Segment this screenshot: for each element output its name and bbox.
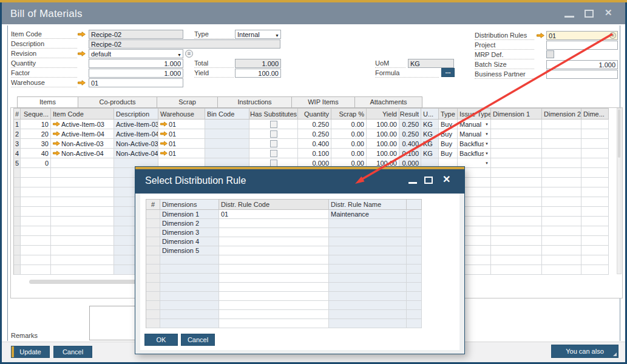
has-substitutes-cell[interactable] <box>249 120 298 129</box>
rule-name-cell[interactable] <box>329 255 407 265</box>
chevron-down-icon[interactable]: ▼ <box>275 32 279 39</box>
dimension1-cell[interactable] <box>491 197 542 207</box>
uom-cell[interactable]: KG <box>421 129 439 139</box>
item-code-cell[interactable] <box>51 197 114 207</box>
tab-instructions[interactable]: Instructions <box>217 96 292 108</box>
description-cell[interactable]: Non-Active-04 <box>114 149 158 158</box>
row-number-cell[interactable] <box>146 255 160 265</box>
mrp-def-checkbox[interactable] <box>546 50 554 58</box>
dropdown-arrow-icon[interactable]: ▼ <box>485 152 489 155</box>
sequence-cell[interactable] <box>21 217 51 226</box>
quantity-field[interactable]: 1.000 <box>89 59 183 68</box>
dimension1-cell[interactable] <box>491 168 542 178</box>
table-row[interactable]: 330Non-Active-03Non-Active-03010.4000.00… <box>14 139 609 149</box>
table-row[interactable] <box>146 255 422 265</box>
table-row[interactable]: 110Active-Item-03Active-Item-03010.2500.… <box>14 120 609 129</box>
dimension2-cell[interactable] <box>542 158 581 168</box>
dimension3-cell[interactable] <box>581 187 609 197</box>
ok-button[interactable]: OK <box>144 334 178 346</box>
row-number-cell[interactable]: 4 <box>14 149 21 158</box>
dimension3-cell[interactable] <box>581 265 609 275</box>
bin-code-cell[interactable] <box>205 120 249 129</box>
item-code-cell[interactable] <box>51 187 114 197</box>
rule-code-cell[interactable] <box>219 246 329 255</box>
quantity-cell[interactable]: 0.250 <box>298 129 331 139</box>
extra-cell[interactable] <box>407 292 422 301</box>
dropdown-arrow-icon[interactable]: ▼ <box>485 132 489 136</box>
warehouse-field[interactable]: 01 <box>89 78 183 87</box>
dropdown-arrow-icon[interactable]: ▼ <box>485 142 489 146</box>
row-number-cell[interactable] <box>146 210 160 219</box>
row-number-cell[interactable] <box>146 246 160 255</box>
item-code-cell[interactable] <box>51 158 114 168</box>
description-cell[interactable]: Non-Active-03 <box>114 139 158 149</box>
item-code-cell[interactable] <box>51 226 114 236</box>
link-arrow-icon[interactable] <box>160 131 168 136</box>
sequence-cell[interactable]: 30 <box>21 139 51 149</box>
row-number-cell[interactable] <box>14 197 21 207</box>
extra-cell[interactable] <box>407 310 422 319</box>
row-number-cell[interactable] <box>14 187 21 197</box>
table-row[interactable] <box>146 274 422 283</box>
quantity-cell[interactable]: 0.100 <box>298 149 331 158</box>
rule-name-cell[interactable] <box>329 237 407 246</box>
link-arrow-icon[interactable] <box>160 141 168 146</box>
issue-type-cell[interactable]: Backflush▼ <box>458 149 491 158</box>
yield-cell[interactable]: 100.00 <box>367 139 399 149</box>
dimension2-cell[interactable] <box>542 178 581 187</box>
dimensions-cell[interactable]: Dimension 2 <box>160 219 219 228</box>
uom-cell[interactable]: KG <box>421 120 439 129</box>
extra-cell[interactable] <box>407 237 422 246</box>
link-arrow-icon[interactable] <box>53 121 60 127</box>
link-arrow-icon[interactable] <box>53 150 60 156</box>
link-arrow-icon[interactable] <box>537 33 544 38</box>
sequence-cell[interactable]: 10 <box>21 120 51 129</box>
sequence-cell[interactable] <box>21 197 51 207</box>
yield-cell[interactable]: 100.00 <box>367 149 399 158</box>
table-row[interactable] <box>146 319 422 328</box>
dimension2-cell[interactable] <box>542 139 581 149</box>
description-cell[interactable]: Active-Item-04 <box>114 129 158 139</box>
selection-list-icon[interactable]: ≡ <box>609 32 616 39</box>
dimension2-cell[interactable] <box>542 226 581 236</box>
uom-cell[interactable]: KG <box>421 139 439 149</box>
table-row[interactable] <box>146 301 422 310</box>
type-dropdown[interactable]: Internal ▼ <box>235 30 281 39</box>
dimension2-cell[interactable] <box>542 207 581 217</box>
distribution-rules-field[interactable]: 01 ≡ <box>546 31 618 40</box>
yield-cell[interactable]: 100.00 <box>367 129 399 139</box>
table-row[interactable]: 220Active-Item-04Active-Item-04010.2500.… <box>14 129 609 139</box>
extra-cell[interactable] <box>407 246 422 255</box>
rule-name-cell[interactable] <box>329 301 407 310</box>
vertical-scrollbar[interactable] <box>617 108 622 274</box>
sequence-cell[interactable] <box>21 187 51 197</box>
type-cell[interactable]: Buy <box>439 129 458 139</box>
issue-type-cell[interactable]: Backflush▼ <box>458 139 491 149</box>
maximize-icon[interactable] <box>585 10 594 18</box>
table-row[interactable] <box>146 283 422 292</box>
rule-name-cell[interactable] <box>329 228 407 237</box>
table-row[interactable] <box>146 310 422 319</box>
sequence-cell[interactable] <box>21 265 51 275</box>
bin-code-cell[interactable] <box>205 149 249 158</box>
dimension3-cell[interactable] <box>581 197 609 207</box>
rule-name-cell[interactable] <box>329 283 407 292</box>
row-number-cell[interactable] <box>146 310 160 319</box>
link-arrow-icon[interactable] <box>78 32 86 37</box>
dimensions-cell[interactable] <box>160 310 219 319</box>
sequence-cell[interactable] <box>21 168 51 178</box>
dimension3-cell[interactable] <box>581 120 609 129</box>
dimension3-cell[interactable] <box>581 149 609 158</box>
revision-dropdown[interactable]: default ▼ <box>89 49 183 58</box>
rule-code-cell[interactable] <box>219 319 329 328</box>
update-button[interactable]: Update <box>11 346 50 358</box>
dialog-cancel-button[interactable]: Cancel <box>181 334 215 346</box>
formula-button[interactable]: ... <box>441 68 455 77</box>
maximize-icon[interactable] <box>424 177 433 184</box>
tab-attachments[interactable]: Attachments <box>354 96 422 108</box>
extra-cell[interactable] <box>407 319 422 328</box>
link-arrow-icon[interactable] <box>160 150 168 156</box>
type-cell[interactable]: Buy <box>439 139 458 149</box>
dimensions-cell[interactable] <box>160 274 219 283</box>
row-number-cell[interactable] <box>14 178 21 187</box>
